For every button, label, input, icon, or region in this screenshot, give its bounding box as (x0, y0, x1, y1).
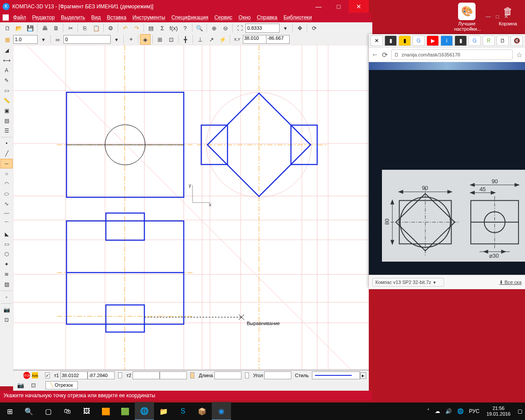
extra1-icon[interactable]: ▫ (0, 292, 13, 302)
menu-file[interactable]: Файл (13, 14, 26, 21)
zoom-window-icon[interactable]: 🔍 (194, 23, 205, 33)
zoom-fit-icon[interactable]: ⛶ (234, 23, 245, 33)
open-icon[interactable]: 📂 (14, 23, 24, 33)
browser-content[interactable]: 90 80 90 45 (369, 62, 525, 275)
text-tab-icon[interactable]: A (0, 66, 13, 75)
fx-icon[interactable]: f(x) (168, 23, 179, 33)
vars-icon[interactable]: Σ (157, 23, 168, 33)
snap5-icon[interactable]: ╋ (180, 34, 191, 45)
document-icon[interactable] (3, 14, 9, 21)
desktop-recycle-bin[interactable]: 🗑 Корзина (495, 3, 521, 32)
preview-icon[interactable]: 🗎 (51, 23, 61, 33)
layers-icon[interactable]: ▤ (146, 23, 156, 33)
app2-icon[interactable]: 🟩 (116, 402, 135, 420)
browser-tab[interactable]: G (413, 35, 425, 46)
checkbox-t2[interactable] (118, 372, 122, 378)
select-tab-icon[interactable]: ▣ (0, 106, 13, 116)
copy-icon[interactable]: ⎘ (80, 23, 90, 33)
extra2-icon[interactable]: ⊡ (0, 315, 13, 325)
tray-chevron-icon[interactable]: ˄ (427, 408, 430, 414)
contour-icon[interactable]: ✦ (0, 259, 13, 269)
browser-tab[interactable]: ▮ (399, 35, 411, 46)
auto-icon[interactable]: Auto (32, 372, 38, 378)
point-icon[interactable]: • (0, 139, 13, 148)
props-icon[interactable]: ⚙ (105, 23, 116, 33)
xy-icon[interactable]: X,Y (232, 34, 242, 45)
length-input[interactable] (214, 371, 242, 379)
close-button[interactable]: ✕ (349, 0, 369, 13)
step-input[interactable] (13, 35, 38, 44)
menu-window[interactable]: Окно (238, 14, 251, 21)
tray-network-icon[interactable]: 🌐 (457, 408, 464, 414)
tray-clock[interactable]: 21:56 19.01.2016 (482, 406, 515, 417)
angle-input[interactable] (264, 371, 291, 379)
spline-icon[interactable]: ∿ (0, 199, 13, 209)
zoom-in-icon[interactable]: ⊕ (209, 23, 219, 33)
maximize-button[interactable]: □ (329, 0, 349, 13)
chrome-icon[interactable]: 🌐 (135, 402, 154, 420)
undo-icon[interactable]: ↶ (120, 23, 130, 33)
app1-icon[interactable]: 🟧 (96, 402, 116, 420)
dropdown-icon[interactable]: ▾ (111, 34, 122, 45)
chamfer-icon[interactable]: ◣ (0, 229, 13, 239)
menu-service[interactable]: Сервис (214, 14, 232, 21)
download-item[interactable]: Компас v13 SP2 32-bit.7z ▼ (372, 278, 444, 287)
checkbox-t1[interactable]: ✓ (45, 372, 50, 378)
dropdown-icon[interactable]: ▾ (38, 34, 49, 45)
rect-icon[interactable]: ▭ (0, 239, 13, 249)
report-tab-icon[interactable]: ☰ (0, 126, 13, 136)
reload-icon[interactable]: ⟳ (382, 51, 388, 59)
val2-input[interactable] (63, 35, 111, 44)
menu-edit[interactable]: Редактор (32, 14, 55, 21)
spec-tab-icon[interactable]: ▤ (0, 116, 13, 126)
show-all-downloads[interactable]: ⬇ Все ска (499, 280, 522, 285)
tab-close-icon[interactable]: ✕ (371, 35, 383, 46)
cut-icon[interactable]: ✂ (65, 23, 76, 33)
address-bar[interactable]: 🗋znanija.com/task/16356178 (391, 49, 513, 60)
snap1-icon[interactable]: ⌖ (126, 34, 136, 45)
tray-lang[interactable]: РУС (469, 408, 480, 414)
t1-x-input[interactable] (60, 371, 88, 379)
print-icon[interactable]: 🖶 (39, 23, 50, 33)
stop-icon[interactable]: STOP (23, 372, 30, 379)
circle-icon[interactable]: ○ (0, 169, 13, 178)
ortho-icon[interactable]: ⊥ (195, 34, 205, 45)
line-icon[interactable]: ─ (0, 159, 13, 168)
hatch-icon[interactable]: ▨ (0, 280, 13, 289)
t2-x-input[interactable] (133, 371, 160, 379)
tray-volume-icon[interactable]: 🔊 (445, 408, 452, 414)
menu-help[interactable]: Справка (257, 14, 277, 21)
photos-icon[interactable]: 🖼 (77, 402, 96, 420)
browser-tab[interactable]: ▮ (385, 35, 397, 46)
style-dropdown[interactable] (312, 371, 360, 379)
redo-icon[interactable]: ↷ (131, 23, 142, 33)
star-icon[interactable]: ☆ (516, 51, 522, 59)
tab-segment[interactable]: ╲ Отрезок (46, 381, 78, 389)
param-tab-icon[interactable]: ▭ (0, 86, 13, 95)
save-icon[interactable]: 💾 (25, 23, 35, 33)
polygon-icon[interactable]: ⬡ (0, 249, 13, 259)
paste-icon[interactable]: 📋 (91, 23, 102, 33)
kompas-taskbar-icon[interactable]: ◉ (212, 402, 231, 420)
dropdown-icon[interactable]: ▾ (280, 23, 290, 33)
param-icon[interactable]: ⚡ (217, 34, 228, 45)
menu-view[interactable]: Вид (91, 14, 101, 21)
skype-icon[interactable]: S (173, 402, 192, 420)
explorer-icon[interactable]: 📁 (154, 402, 173, 420)
camera-icon[interactable]: 📷 (0, 305, 13, 315)
ellipse-icon[interactable]: ⬭ (0, 189, 13, 199)
desktop-shortcut-chrome[interactable]: 🎨 Лучшие настройки... (454, 3, 480, 32)
tray-onedrive-icon[interactable]: ☁ (435, 408, 440, 414)
dim-tab-icon[interactable]: ⟷ (0, 56, 13, 65)
drawing-canvas[interactable]: x y Выравнивание (13, 45, 369, 370)
arc-icon[interactable]: ◠ (0, 179, 13, 189)
aux-line-icon[interactable]: ╱ (0, 149, 13, 158)
link-icon[interactable]: ∞ (52, 34, 63, 45)
browser-tab[interactable]: ▶ (427, 35, 439, 46)
snap2-icon[interactable]: ◈ (140, 34, 150, 45)
checkbox-ang[interactable] (245, 372, 249, 378)
bezier-icon[interactable]: 〰 (0, 209, 13, 219)
zoom-out-icon[interactable]: ⊖ (220, 23, 231, 33)
edit-tab-icon[interactable]: ✎ (0, 76, 13, 85)
browser-tab[interactable]: i (441, 35, 453, 46)
